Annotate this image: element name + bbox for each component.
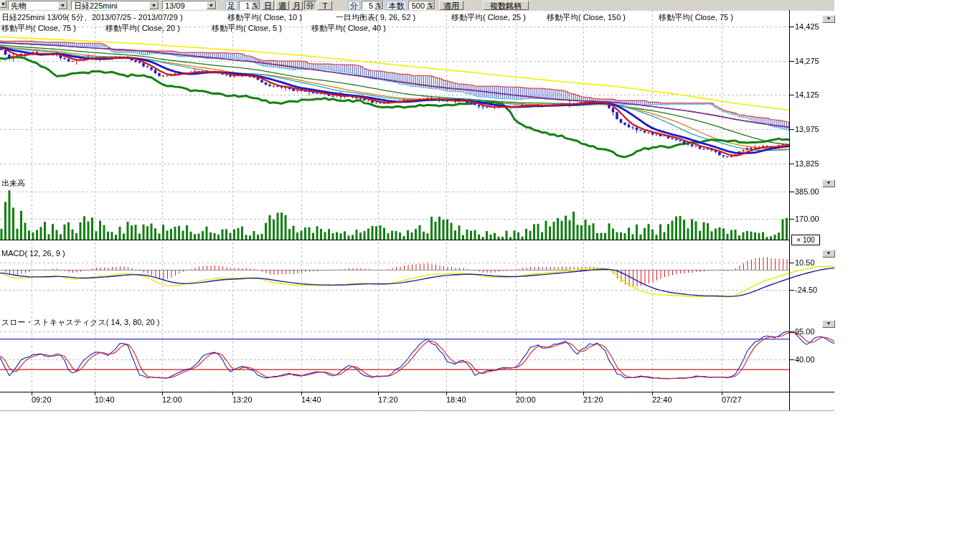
chart-canvas[interactable] [0,10,834,411]
x-axis-label: 13:20 [232,395,253,404]
bar-type-label: 足 [225,1,237,10]
period-day-button[interactable]: 日 [262,1,274,10]
spinner-icon[interactable] [374,1,383,9]
legend-item: 移動平均( Close, 10 ) [227,12,302,23]
toolbar: ▼ 先物 ▼ 日経225mini ▼ 13/09 ▼ 足 1 日 週 月 分 T… [0,0,834,11]
market-select-value: 先物 [11,2,27,10]
y-axis-label: 13,825 [795,159,819,168]
period-minute-button[interactable]: 分 [304,1,316,10]
symbol-select-value: 日経225mini [74,2,118,10]
bar-count-stepper[interactable]: 500 [408,1,435,10]
minute-value: 5 [369,2,373,10]
stoch-pane-label: スロー・ストキャスティクス( 14, 3, 80, 20 ) [1,317,159,328]
x-axis-label: 17:20 [378,395,398,404]
spinner-icon[interactable] [426,1,435,9]
market-select[interactable]: 先物 ▼ [8,1,68,10]
x-axis-label: 10:40 [95,395,115,404]
symbol-select[interactable]: 日経225mini ▼ [71,1,159,10]
minute-label: 分 [348,1,360,10]
bar-count-label: 本数 [386,1,407,10]
chart-application-window: ▼ 先物 ▼ 日経225mini ▼ 13/09 ▼ 足 1 日 週 月 分 T… [0,0,980,551]
x-axis-label: 12:00 [162,395,182,404]
y-axis-label: 40.00 [795,355,815,364]
combo-arrow-icon[interactable]: ▼ [207,1,216,9]
x-axis-label: 09:20 [32,395,52,404]
bar-interval-stepper[interactable]: 1 [239,1,260,10]
x-axis-label: 21:20 [583,395,603,404]
bar-interval-value: 1 [245,2,250,10]
spinner-icon[interactable] [251,1,260,9]
pane-collapse-button[interactable]: ▼ [822,320,835,328]
clipped-combo-arrow-icon[interactable]: ▼ [0,0,6,8]
volume-multiplier-box: × 100 [791,235,820,245]
pane-collapse-button[interactable]: ▼ [822,250,835,258]
pane-collapse-button[interactable]: ▼ [822,179,835,187]
legend-item: 移動平均( Close, 75 ) [1,23,76,34]
y-axis-label: -24.50 [795,286,817,294]
y-axis-label: 14,425 [795,22,819,31]
y-axis-label: 95.00 [795,327,815,336]
bar-count-value: 500 [412,2,425,10]
legend-item: 移動平均( Close, 25 ) [451,12,526,23]
x-axis-label: 07/27 [722,395,742,404]
y-axis-label: 170.00 [795,215,819,223]
volume-pane-label: 出来高 [1,178,25,189]
period-month-button[interactable]: 月 [291,1,303,10]
legend-item: 移動平均( Close, 75 ) [659,12,733,23]
legend-item: 日経225mini 13/09( 5分、2013/07/25 - 2013/07… [1,12,183,23]
minute-stepper[interactable]: 5 [362,1,384,10]
macd-pane-label: MACD( 12, 26, 9 ) [1,249,65,258]
combo-arrow-icon[interactable]: ▼ [58,1,67,9]
y-axis-label: 385.00 [795,187,819,196]
apply-button[interactable]: 適用 [439,1,463,10]
x-axis-label: 14:40 [301,395,321,404]
x-axis-label: 18:40 [446,395,466,404]
x-axis-label: 22:40 [652,395,672,404]
period-week-button[interactable]: 週 [275,1,289,10]
legend-item: 移動平均( Close, 20 ) [105,23,180,34]
contract-month-value: 13/09 [165,2,185,10]
period-tick-button[interactable]: T [318,1,332,10]
x-axis-label: 20:00 [516,395,536,404]
y-axis-label: 10.50 [795,258,815,267]
legend-item: 移動平均( Close, 5 ) [212,23,282,34]
legend-item: 移動平均( Close, 40 ) [311,23,386,34]
y-axis-label: 14,125 [795,90,819,99]
y-axis-label: 13,975 [795,125,819,133]
combo-arrow-icon[interactable]: ▼ [149,1,159,9]
y-axis-label: 14,275 [795,57,819,65]
pane-collapse-button[interactable]: ▼ [822,15,835,23]
legend-item: 移動平均( Close, 150 ) [547,12,626,23]
contract-month-select[interactable]: 13/09 ▼ [162,1,217,10]
legend-item: 一目均衡表( 9, 26, 52 ) [336,12,415,23]
multi-symbol-button[interactable]: 複数銘柄 [483,1,529,10]
